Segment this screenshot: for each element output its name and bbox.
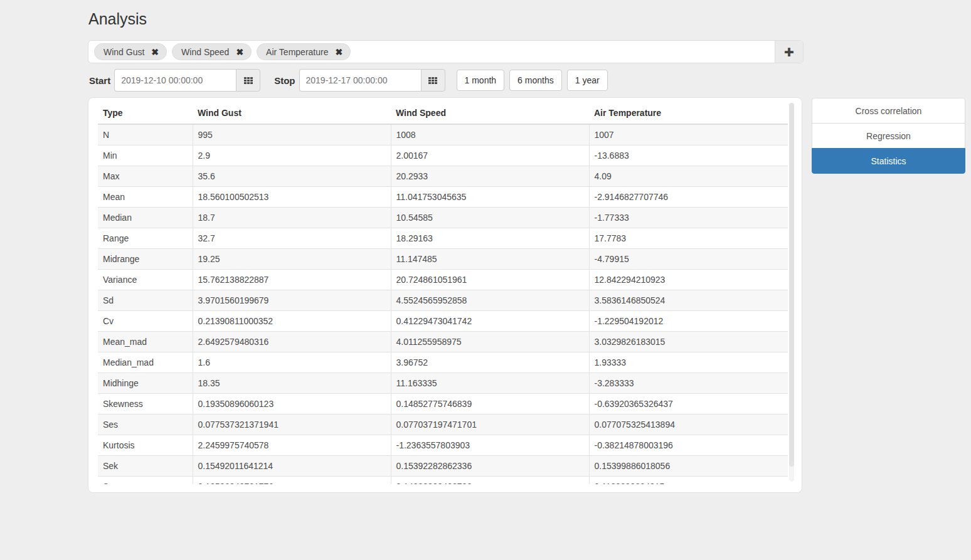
stat-value-cell: -1.77333 [589, 208, 788, 228]
sidebar-item-regression[interactable]: Regression [812, 123, 965, 149]
stat-type-cell: Skewness [98, 394, 193, 415]
stat-value-cell: 4.09 [589, 166, 788, 187]
stat-value-cell: 995 [193, 124, 391, 145]
stat-value-cell: 3.9701560199679 [193, 290, 391, 311]
column-header-wind-speed: Wind Speed [391, 102, 589, 124]
stat-type-cell: Variance [98, 270, 193, 290]
stat-value-cell: -1.2363557803903 [391, 435, 589, 456]
stat-type-cell: Mean_mad [98, 332, 193, 352]
stat-value-cell: 18.35 [193, 373, 391, 394]
stat-value-cell: 18.7 [193, 208, 391, 228]
table-row-kurtosis: Kurtosis2.2459975740578-1.2363557803903-… [98, 435, 788, 456]
statistics-card: TypeWind GustWind SpeedAir Temperature N… [88, 97, 802, 493]
table-row-cv: Cv0.213908110003520.41229473041742-1.229… [98, 311, 788, 332]
stat-value-cell: 3.0329826183015 [589, 332, 788, 352]
stat-value-cell: 19.25 [193, 249, 391, 270]
stat-type-cell: Midrange [98, 249, 193, 270]
table-row-skewness: Skewness0.193508960601230.14852775746839… [98, 394, 788, 415]
stat-type-cell: Mean [98, 187, 193, 208]
add-series-button[interactable]: ✚ [775, 41, 803, 63]
stop-input-group [299, 69, 445, 92]
stat-value-cell: 4.011255958975 [391, 332, 589, 352]
series-tag-bar: Wind Gust✖Wind Speed✖Air Temperature✖ ✚ [88, 40, 804, 63]
start-calendar-button[interactable] [236, 69, 260, 92]
stat-value-cell: 18.560100502513 [193, 187, 391, 208]
table-scrollbar[interactable] [789, 103, 794, 482]
series-tag-wind-speed: Wind Speed✖ [172, 43, 252, 60]
table-row-median: Median18.710.54585-1.77333 [98, 208, 788, 228]
sidebar-item-cross-correlation[interactable]: Cross correlation [812, 98, 965, 124]
column-header-air-temperature: Air Temperature [589, 102, 788, 124]
series-tag-label: Air Temperature [266, 47, 328, 57]
start-input-group [114, 69, 260, 92]
stat-value-cell: 2.6492579480316 [193, 332, 391, 352]
stat-value-cell: 0.14852775746839 [391, 394, 589, 415]
remove-tag-icon[interactable]: ✖ [236, 48, 243, 56]
table-row-median-mad: Median_mad1.63.967521.93333 [98, 352, 788, 373]
stat-value-cell: 0.14338890482788 [391, 477, 589, 485]
tag-list: Wind Gust✖Wind Speed✖Air Temperature✖ [88, 43, 775, 60]
column-header-type: Type [98, 102, 193, 124]
stat-value-cell: 0.15492011641214 [193, 456, 391, 477]
stat-type-cell: Kurtosis [98, 435, 193, 456]
range-button-1-month[interactable]: 1 month [457, 70, 505, 91]
table-row-sd: Sd3.97015601996794.55245659528583.583614… [98, 290, 788, 311]
statistics-table: TypeWind GustWind SpeedAir Temperature N… [98, 102, 788, 484]
stat-value-cell: 12.842294210923 [589, 270, 788, 290]
range-button-6-months[interactable]: 6 months [509, 70, 562, 91]
stat-value-cell: 0.12586240721772 [193, 477, 391, 485]
stat-type-cell: Median [98, 208, 193, 228]
stat-value-cell: 20.2933 [391, 166, 589, 187]
stat-value-cell: 20.724861051961 [391, 270, 589, 290]
stat-type-cell: Ses [98, 415, 193, 435]
stat-value-cell: 0.077037197471701 [391, 415, 589, 435]
quick-range-buttons: 1 month6 months1 year [457, 70, 608, 91]
stop-calendar-button[interactable] [421, 69, 445, 92]
table-row-midhinge: Midhinge18.3511.163335-3.283333 [98, 373, 788, 394]
table-row-midrange: Midrange19.2511.147485-4.79915 [98, 249, 788, 270]
stat-value-cell: -2.9146827707746 [589, 187, 788, 208]
filter-row: Start Stop 1 month6 months1 year [89, 69, 608, 92]
stat-value-cell: 4.5524565952858 [391, 290, 589, 311]
stat-value-cell: -0.63920365326437 [589, 394, 788, 415]
stat-value-cell: -3.283333 [589, 373, 788, 394]
scrollbar-thumb[interactable] [789, 103, 794, 467]
table-row-sem: Sem0.125862407217720.143388904827880.112… [98, 477, 788, 485]
stat-value-cell: 0.1129292834015 [589, 477, 788, 485]
stop-label: Stop [274, 75, 295, 86]
stat-value-cell: 1.93333 [589, 352, 788, 373]
sidebar-item-statistics[interactable]: Statistics [812, 148, 965, 174]
stat-value-cell: 10.54585 [391, 208, 589, 228]
stat-value-cell: 3.96752 [391, 352, 589, 373]
series-tag-label: Wind Gust [103, 47, 144, 57]
page-title: Analysis [88, 9, 147, 29]
table-header-row: TypeWind GustWind SpeedAir Temperature [98, 102, 788, 124]
table-row-sek: Sek0.154920116412140.153922828623360.153… [98, 456, 788, 477]
stat-type-cell: Min [98, 145, 193, 166]
stat-value-cell: -1.229504192012 [589, 311, 788, 332]
stat-type-cell: Median_mad [98, 352, 193, 373]
stat-value-cell: 35.6 [193, 166, 391, 187]
stat-value-cell: 0.15392282862336 [391, 456, 589, 477]
stat-value-cell: 32.7 [193, 228, 391, 249]
stat-value-cell: 18.29163 [391, 228, 589, 249]
start-datetime-input[interactable] [114, 69, 236, 92]
stat-type-cell: Midhinge [98, 373, 193, 394]
stat-value-cell: 0.21390811000352 [193, 311, 391, 332]
stat-value-cell: -13.6883 [589, 145, 788, 166]
table-scroll-area[interactable]: TypeWind GustWind SpeedAir Temperature N… [98, 102, 794, 484]
stop-datetime-input[interactable] [299, 69, 421, 92]
remove-tag-icon[interactable]: ✖ [151, 48, 159, 56]
table-row-n: N99510081007 [98, 124, 788, 145]
table-row-max: Max35.620.29334.09 [98, 166, 788, 187]
table-row-min: Min2.92.00167-13.6883 [98, 145, 788, 166]
stat-value-cell: 11.147485 [391, 249, 589, 270]
stat-value-cell: 3.5836146850524 [589, 290, 788, 311]
remove-tag-icon[interactable]: ✖ [335, 48, 342, 56]
stat-type-cell: Max [98, 166, 193, 187]
stat-value-cell: 11.041753045635 [391, 187, 589, 208]
calendar-grid-icon [244, 77, 253, 84]
range-button-1-year[interactable]: 1 year [567, 70, 608, 91]
stat-value-cell: 15.762138822887 [193, 270, 391, 290]
table-row-variance: Variance15.76213882288720.72486105196112… [98, 270, 788, 290]
